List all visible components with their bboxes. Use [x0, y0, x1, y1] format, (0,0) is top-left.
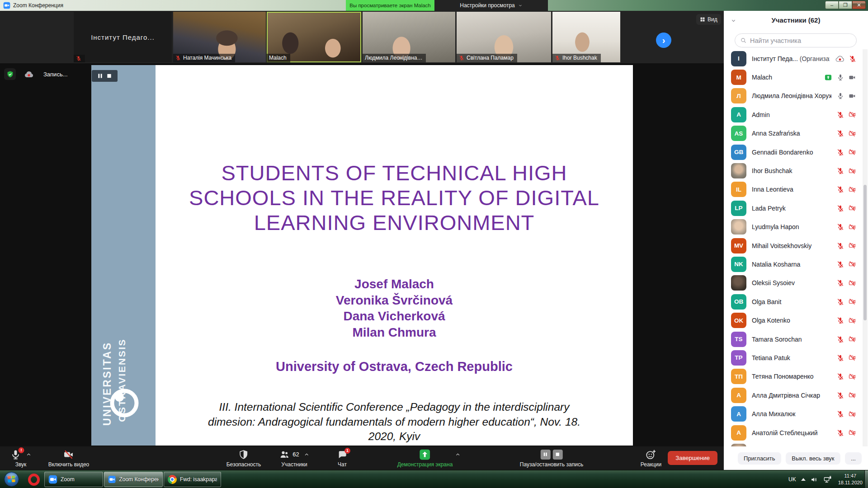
- participant-name: Anna Szafrańska: [752, 130, 831, 137]
- chevron-down-icon: [518, 3, 523, 8]
- toolbar-audio[interactable]: !Звук: [10, 448, 32, 468]
- participant-row[interactable]: [724, 442, 868, 446]
- toolbar-security[interactable]: Безопасность: [226, 448, 261, 468]
- mic-muted-icon: [837, 392, 844, 399]
- participant-status-icons: [837, 410, 856, 418]
- participant-row[interactable]: TPTetiana Patuk: [724, 348, 868, 367]
- participant-row[interactable]: ТПТетяна Пономаренко: [724, 367, 868, 386]
- mic-muted-icon: [555, 55, 560, 61]
- participant-row[interactable]: AАнатолій Стеблецький: [724, 423, 868, 442]
- mic-muted-icon: [837, 336, 844, 343]
- window-title: Zoom Конференция: [13, 2, 63, 9]
- next-videos-button[interactable]: ›: [656, 33, 671, 48]
- participant-row[interactable]: MVMihail Voitsekhovskiy: [724, 236, 868, 255]
- minimize-button[interactable]: –: [825, 1, 839, 9]
- participant-row[interactable]: ASAnna Szafrańska: [724, 124, 868, 143]
- toolbar-item-label: Пауза/остановить запись: [520, 461, 583, 468]
- taskbar-window[interactable]: Fwd: isaakpapad1...: [164, 472, 221, 487]
- mic-muted-icon: [837, 298, 844, 305]
- participants-panel: Участники (62) IІнститут Педа... (Органи…: [724, 11, 868, 470]
- participant-avatar: TS: [731, 332, 746, 347]
- participant-row[interactable]: ILInna Leontieva: [724, 180, 868, 199]
- stop-recording-button[interactable]: [552, 450, 562, 460]
- participant-row[interactable]: OBOlga Banit: [724, 292, 868, 311]
- video-tile[interactable]: Ihor Bushchak: [552, 12, 620, 62]
- toolbar-item-label: Безопасность: [226, 461, 261, 468]
- scrollbar-thumb[interactable]: [863, 185, 867, 320]
- participant-row[interactable]: TSTamara Sorochan: [724, 330, 868, 348]
- end-meeting-button[interactable]: Завершение: [668, 451, 717, 465]
- camera-off-icon: [848, 354, 856, 361]
- video-tile[interactable]: Людмила Леонідівна…: [363, 12, 455, 62]
- camera-off-icon: [848, 411, 856, 418]
- chrome-icon: [168, 475, 177, 484]
- camera-off-icon: [848, 317, 856, 324]
- taskbar-window[interactable]: Zoom Конферен...: [104, 472, 163, 487]
- video-tile[interactable]: Malach: [267, 12, 361, 62]
- invite-button[interactable]: Пригласить: [738, 452, 781, 465]
- participant-row[interactable]: Ihor Bushchak: [724, 161, 868, 180]
- mute-all-button[interactable]: Выкл. весь звук: [786, 452, 840, 465]
- video-tile[interactable]: Світлана Паламар: [457, 12, 551, 62]
- tile-label: [74, 55, 85, 62]
- video-tile[interactable]: Інститут Педаго...: [74, 12, 172, 62]
- participant-row[interactable]: AАлла Михалюк: [724, 404, 868, 423]
- text-line: SCHOOLS IN THE REALITY OF DIGITAL: [156, 186, 633, 211]
- volume-icon: [811, 476, 818, 483]
- participant-row[interactable]: AAdmin: [724, 105, 868, 124]
- toolbar: Завершение !ЗвукВключить видео Безопасно…: [0, 446, 724, 470]
- toolbar-record[interactable]: Пауза/остановить запись: [520, 448, 583, 468]
- toolbar-share[interactable]: Демонстрация экрана: [397, 448, 453, 468]
- pause-recording-icon[interactable]: [98, 73, 103, 79]
- volume-icon[interactable]: [811, 476, 818, 483]
- network-icon[interactable]: [823, 475, 832, 484]
- participants-scrollbar[interactable]: [863, 49, 868, 446]
- toolbar-chat[interactable]: 1Чат: [337, 448, 347, 468]
- tray-expand-icon[interactable]: [801, 478, 806, 481]
- participant-avatar: IL: [731, 182, 746, 197]
- chevron-up-button[interactable]: [304, 452, 310, 457]
- tile-name-label: Ihor Bushchak: [562, 55, 597, 61]
- participant-row[interactable]: GBGennadii Bondarenko: [724, 143, 868, 161]
- restore-button[interactable]: ❐: [839, 1, 852, 9]
- participant-row[interactable]: ЛЛюдмила Леонідівна Хоружа (...: [724, 87, 868, 105]
- pause-recording-button[interactable]: [540, 450, 550, 460]
- toolbar-participants[interactable]: 62Участники: [279, 448, 309, 468]
- video-tile[interactable]: Наталія Мачинська: [173, 12, 266, 62]
- start-button[interactable]: [4, 471, 19, 487]
- participant-row[interactable]: AАлла Дмитрівна Січкар: [724, 386, 868, 404]
- participant-row[interactable]: NKNatalia Kosharna: [724, 255, 868, 273]
- participant-row[interactable]: Lyudmyla Hapon: [724, 218, 868, 236]
- more-options-button[interactable]: ...: [845, 452, 862, 465]
- view-button[interactable]: Вид: [696, 14, 721, 25]
- mic-muted-icon: [837, 317, 844, 324]
- participant-search-input[interactable]: [750, 37, 845, 44]
- toolbar-icon-row: [239, 448, 249, 461]
- toolbar-reactions[interactable]: Реакции: [641, 448, 661, 468]
- participant-name: Malach: [752, 74, 818, 81]
- taskbar-window[interactable]: Zoom: [44, 472, 103, 487]
- participant-name: Olga Kotenko: [752, 317, 831, 324]
- tile-name-label: Людмила Леонідівна…: [365, 55, 422, 61]
- tray-language[interactable]: UK: [788, 476, 796, 483]
- tile-label: Ihor Bushchak: [552, 54, 601, 62]
- stop-recording-icon[interactable]: [107, 73, 112, 79]
- participant-row[interactable]: OKOlga Kotenko: [724, 311, 868, 329]
- slide-authors: Josef MalachVeronika ŠvrčinováDana Viche…: [156, 276, 633, 340]
- toolbar-item-label: Участники: [281, 461, 307, 468]
- opera-icon[interactable]: [28, 474, 40, 486]
- participant-row[interactable]: Oleksii Sysoiev: [724, 274, 868, 292]
- participant-row[interactable]: IІнститут Педа... (Организатор, я): [724, 49, 868, 68]
- tray-clock[interactable]: 11:47 18.11.2020: [838, 473, 863, 487]
- participant-row[interactable]: LPLada Petryk: [724, 199, 868, 217]
- close-button[interactable]: ✕: [852, 1, 866, 9]
- view-settings-dropdown[interactable]: Настройки просмотра: [434, 0, 548, 11]
- chevron-up-icon: [304, 452, 310, 457]
- mic-icon: [837, 74, 844, 81]
- toolbar-video[interactable]: Включить видео: [48, 448, 90, 468]
- show-desktop-button[interactable]: [864, 470, 868, 488]
- chevron-up-button[interactable]: [26, 452, 32, 457]
- participant-row[interactable]: MMalach: [724, 68, 868, 86]
- chevron-up-button[interactable]: [455, 452, 461, 457]
- participant-search[interactable]: [735, 33, 857, 47]
